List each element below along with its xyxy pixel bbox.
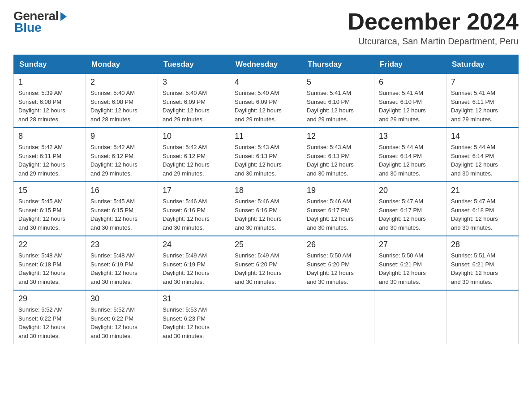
header-monday: Monday — [86, 55, 158, 74]
day-number: 21 — [451, 186, 514, 195]
calendar-cell: 1Sunrise: 5:39 AMSunset: 6:08 PMDaylight… — [14, 74, 86, 128]
day-number: 18 — [235, 186, 297, 195]
calendar-cell: 20Sunrise: 5:47 AMSunset: 6:17 PMDayligh… — [374, 182, 446, 236]
calendar-cell: 24Sunrise: 5:49 AMSunset: 6:19 PMDayligh… — [158, 236, 230, 290]
calendar-cell: 11Sunrise: 5:43 AMSunset: 6:13 PMDayligh… — [230, 128, 302, 182]
day-info: Sunrise: 5:42 AMSunset: 6:11 PMDaylight:… — [18, 143, 81, 178]
day-info: Sunrise: 5:41 AMSunset: 6:11 PMDaylight:… — [451, 89, 514, 124]
day-info: Sunrise: 5:42 AMSunset: 6:12 PMDaylight:… — [163, 143, 225, 178]
day-info: Sunrise: 5:50 AMSunset: 6:21 PMDaylight:… — [379, 251, 442, 286]
day-info: Sunrise: 5:52 AMSunset: 6:22 PMDaylight:… — [90, 305, 153, 340]
calendar-cell: 4Sunrise: 5:40 AMSunset: 6:09 PMDaylight… — [230, 74, 302, 128]
day-number: 7 — [451, 77, 514, 87]
day-info: Sunrise: 5:49 AMSunset: 6:19 PMDaylight:… — [163, 251, 225, 286]
day-number: 3 — [163, 77, 225, 87]
day-number: 12 — [307, 132, 369, 141]
day-number: 14 — [451, 132, 514, 141]
day-number: 31 — [163, 294, 225, 304]
day-number: 1 — [18, 77, 81, 87]
day-number: 13 — [379, 132, 442, 141]
calendar-week-row: 1Sunrise: 5:39 AMSunset: 6:08 PMDaylight… — [14, 74, 519, 128]
month-title: December 2024 — [348, 9, 519, 34]
calendar-week-row: 22Sunrise: 5:48 AMSunset: 6:18 PMDayligh… — [14, 236, 519, 290]
day-info: Sunrise: 5:47 AMSunset: 6:17 PMDaylight:… — [379, 197, 442, 232]
calendar-cell: 28Sunrise: 5:51 AMSunset: 6:21 PMDayligh… — [446, 236, 519, 290]
day-number: 23 — [90, 240, 153, 249]
day-info: Sunrise: 5:44 AMSunset: 6:14 PMDaylight:… — [451, 143, 514, 178]
day-info: Sunrise: 5:48 AMSunset: 6:18 PMDaylight:… — [18, 251, 81, 286]
calendar-week-row: 15Sunrise: 5:45 AMSunset: 6:15 PMDayligh… — [14, 182, 519, 236]
day-info: Sunrise: 5:46 AMSunset: 6:16 PMDaylight:… — [235, 197, 297, 232]
day-number: 4 — [235, 77, 297, 87]
day-info: Sunrise: 5:50 AMSunset: 6:20 PMDaylight:… — [307, 251, 369, 286]
day-info: Sunrise: 5:40 AMSunset: 6:08 PMDaylight:… — [90, 89, 153, 124]
day-info: Sunrise: 5:51 AMSunset: 6:21 PMDaylight:… — [451, 251, 514, 286]
day-number: 15 — [18, 186, 81, 195]
page-header: General Blue December 2024 Utcurarca, Sa… — [13, 9, 519, 47]
day-info: Sunrise: 5:41 AMSunset: 6:10 PMDaylight:… — [307, 89, 369, 124]
day-number: 28 — [451, 240, 514, 249]
calendar-cell: 22Sunrise: 5:48 AMSunset: 6:18 PMDayligh… — [14, 236, 86, 290]
day-number: 16 — [90, 186, 153, 195]
calendar-cell: 21Sunrise: 5:47 AMSunset: 6:18 PMDayligh… — [446, 182, 519, 236]
header-sunday: Sunday — [14, 55, 86, 74]
location-text: Utcurarca, San Martin Department, Peru — [348, 36, 519, 47]
calendar-cell: 5Sunrise: 5:41 AMSunset: 6:10 PMDaylight… — [302, 74, 374, 128]
logo-blue-text: Blue — [14, 21, 42, 35]
calendar-cell — [230, 290, 302, 344]
logo: General Blue — [13, 9, 67, 35]
calendar-cell: 23Sunrise: 5:48 AMSunset: 6:19 PMDayligh… — [86, 236, 158, 290]
calendar-cell: 31Sunrise: 5:53 AMSunset: 6:23 PMDayligh… — [158, 290, 230, 344]
calendar-cell: 19Sunrise: 5:46 AMSunset: 6:17 PMDayligh… — [302, 182, 374, 236]
calendar-cell: 13Sunrise: 5:44 AMSunset: 6:14 PMDayligh… — [374, 128, 446, 182]
day-number: 17 — [163, 186, 225, 195]
day-number: 9 — [90, 132, 153, 141]
header-wednesday: Wednesday — [230, 55, 302, 74]
calendar-cell: 15Sunrise: 5:45 AMSunset: 6:15 PMDayligh… — [14, 182, 86, 236]
calendar-header-row: Sunday Monday Tuesday Wednesday Thursday… — [14, 55, 519, 74]
day-info: Sunrise: 5:43 AMSunset: 6:13 PMDaylight:… — [307, 143, 369, 178]
calendar-cell — [302, 290, 374, 344]
calendar-cell: 30Sunrise: 5:52 AMSunset: 6:22 PMDayligh… — [86, 290, 158, 344]
calendar-cell: 3Sunrise: 5:40 AMSunset: 6:09 PMDaylight… — [158, 74, 230, 128]
calendar-week-row: 29Sunrise: 5:52 AMSunset: 6:22 PMDayligh… — [14, 290, 519, 344]
day-number: 27 — [379, 240, 442, 249]
calendar-cell: 10Sunrise: 5:42 AMSunset: 6:12 PMDayligh… — [158, 128, 230, 182]
calendar-cell: 8Sunrise: 5:42 AMSunset: 6:11 PMDaylight… — [14, 128, 86, 182]
title-section: December 2024 Utcurarca, San Martin Depa… — [348, 9, 519, 47]
header-friday: Friday — [374, 55, 446, 74]
day-number: 2 — [90, 77, 153, 87]
calendar-cell: 17Sunrise: 5:46 AMSunset: 6:16 PMDayligh… — [158, 182, 230, 236]
logo-arrow-icon — [60, 12, 67, 21]
day-info: Sunrise: 5:42 AMSunset: 6:12 PMDaylight:… — [90, 143, 153, 178]
day-info: Sunrise: 5:45 AMSunset: 6:15 PMDaylight:… — [90, 197, 153, 232]
day-info: Sunrise: 5:53 AMSunset: 6:23 PMDaylight:… — [163, 305, 225, 340]
day-number: 22 — [18, 240, 81, 249]
day-number: 6 — [379, 77, 442, 87]
day-number: 29 — [18, 294, 81, 304]
day-number: 8 — [18, 132, 81, 141]
header-tuesday: Tuesday — [158, 55, 230, 74]
day-info: Sunrise: 5:40 AMSunset: 6:09 PMDaylight:… — [163, 89, 225, 124]
day-info: Sunrise: 5:47 AMSunset: 6:18 PMDaylight:… — [451, 197, 514, 232]
calendar-cell: 9Sunrise: 5:42 AMSunset: 6:12 PMDaylight… — [86, 128, 158, 182]
calendar-cell: 12Sunrise: 5:43 AMSunset: 6:13 PMDayligh… — [302, 128, 374, 182]
day-number: 26 — [307, 240, 369, 249]
calendar-cell: 29Sunrise: 5:52 AMSunset: 6:22 PMDayligh… — [14, 290, 86, 344]
day-info: Sunrise: 5:49 AMSunset: 6:20 PMDaylight:… — [235, 251, 297, 286]
header-thursday: Thursday — [302, 55, 374, 74]
calendar-cell: 7Sunrise: 5:41 AMSunset: 6:11 PMDaylight… — [446, 74, 519, 128]
day-number: 19 — [307, 186, 369, 195]
day-number: 5 — [307, 77, 369, 87]
day-number: 11 — [235, 132, 297, 141]
day-info: Sunrise: 5:48 AMSunset: 6:19 PMDaylight:… — [90, 251, 153, 286]
calendar-cell — [374, 290, 446, 344]
calendar-cell: 25Sunrise: 5:49 AMSunset: 6:20 PMDayligh… — [230, 236, 302, 290]
calendar-table: Sunday Monday Tuesday Wednesday Thursday… — [13, 55, 519, 344]
day-info: Sunrise: 5:46 AMSunset: 6:17 PMDaylight:… — [307, 197, 369, 232]
day-info: Sunrise: 5:44 AMSunset: 6:14 PMDaylight:… — [379, 143, 442, 178]
calendar-cell: 14Sunrise: 5:44 AMSunset: 6:14 PMDayligh… — [446, 128, 519, 182]
day-number: 25 — [235, 240, 297, 249]
header-saturday: Saturday — [446, 55, 519, 74]
day-number: 24 — [163, 240, 225, 249]
